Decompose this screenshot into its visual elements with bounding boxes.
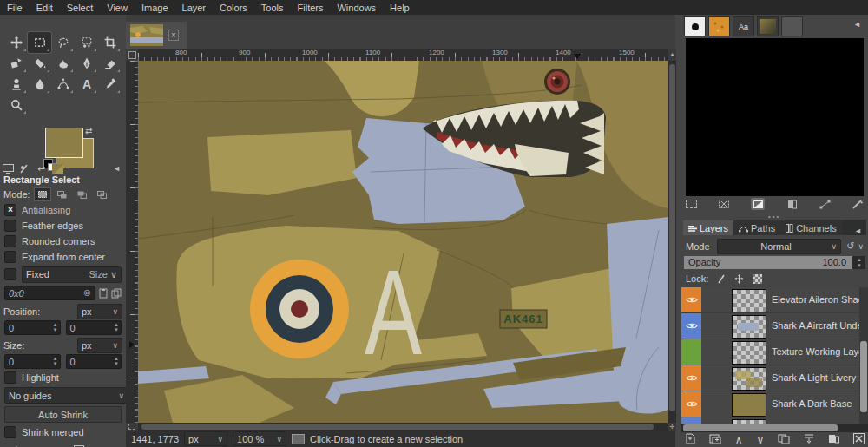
layer-name[interactable]: Shark A Aircraft Under Side	[772, 320, 859, 331]
mode-switch-chevron-icon[interactable]: ∨	[858, 242, 864, 251]
highlight-checkbox[interactable]	[4, 371, 16, 384]
foreground-color-swatch[interactable]	[45, 128, 83, 158]
menu-help[interactable]: Help	[383, 2, 417, 14]
zoom-follow-window-button[interactable]: ▲	[668, 49, 676, 61]
tool-options-icon[interactable]	[18, 163, 31, 174]
layer-row[interactable]: Shark A Light Livery	[681, 365, 859, 391]
layer-mode-dropdown[interactable]: Normal∨	[717, 239, 842, 254]
add-layer-mask-button[interactable]	[828, 434, 839, 445]
layer-list-hscroll-thumb[interactable]	[683, 424, 838, 431]
new-layer-button[interactable]	[685, 433, 695, 446]
smudge-tool-button[interactable]	[51, 53, 75, 74]
clone-tool-button[interactable]	[4, 74, 28, 95]
fixed-dropdown[interactable]: Fixed Size ∨	[22, 266, 122, 283]
fixed-size-entry[interactable]: 0x0 ⊗	[4, 286, 95, 300]
lock-pixels-icon[interactable]	[717, 274, 726, 284]
move-tool-button[interactable]	[4, 32, 28, 53]
tab-paths[interactable]: Paths	[733, 220, 780, 235]
eye-icon[interactable]	[686, 400, 698, 408]
color-picker-tool-button[interactable]	[98, 74, 122, 95]
lock-alpha-icon[interactable]	[753, 274, 762, 284]
invert-selection-button[interactable]	[751, 198, 765, 210]
layer-list-vscrollbar[interactable]	[859, 287, 868, 424]
antialiasing-checkbox[interactable]: ×	[4, 204, 16, 216]
mode-replace-button[interactable]	[35, 188, 50, 200]
swap-colors-icon[interactable]: ⇄	[85, 126, 92, 135]
eraser-tool-button[interactable]	[98, 53, 122, 74]
layer-name[interactable]: Elevator Aileron Shades copy	[772, 294, 859, 305]
size-unit-dropdown[interactable]: px∨	[77, 338, 122, 353]
bucket-fill-tool-button[interactable]	[28, 53, 51, 74]
navigation-button[interactable]: ✛	[668, 423, 676, 431]
size-width-spinner[interactable]: 0▲▼	[4, 354, 61, 369]
rectangle-select-tool-button[interactable]	[28, 32, 51, 53]
patterns-tab[interactable]	[708, 16, 730, 36]
selection-preview[interactable]	[686, 38, 864, 196]
undo-history-icon[interactable]: ↩	[35, 163, 48, 174]
select-all-button[interactable]	[686, 200, 697, 208]
new-layer-group-button[interactable]	[709, 433, 721, 446]
canvas-artwork[interactable]: A AK461	[138, 61, 668, 423]
auto-shrink-button[interactable]: Auto Shrink	[4, 406, 122, 423]
size-height-spinner[interactable]: 0▲▼	[66, 354, 122, 369]
collapse-dock-icon[interactable]: ◄	[853, 20, 861, 29]
layer-list-vscroll-thumb[interactable]	[860, 341, 867, 412]
eye-icon[interactable]	[686, 296, 698, 304]
lower-layer-button[interactable]: ∨	[757, 434, 765, 446]
clear-entry-icon[interactable]: ⊗	[83, 287, 91, 299]
unified-transform-tool-button[interactable]	[4, 53, 28, 74]
layer-thumbnail[interactable]	[732, 315, 766, 339]
paste-size-icon[interactable]	[99, 288, 108, 299]
canvas-horizontal-scrollbar[interactable]	[138, 423, 668, 431]
layer-list-hscrollbar[interactable]	[681, 424, 868, 432]
zoom-tool-button[interactable]	[4, 95, 28, 115]
menu-image[interactable]: Image	[135, 2, 175, 14]
collapse-dock-icon[interactable]: ◄	[113, 164, 121, 173]
canvas-vscroll-thumb[interactable]	[669, 64, 675, 411]
selection-to-path-button[interactable]	[819, 200, 831, 209]
menu-view[interactable]: View	[100, 2, 135, 14]
position-x-spinner[interactable]: 0▲▼	[4, 320, 61, 335]
free-select-tool-button[interactable]	[51, 32, 75, 53]
fixed-checkbox[interactable]	[4, 268, 16, 280]
merge-down-button[interactable]	[804, 434, 814, 446]
ruler-origin-button[interactable]	[126, 49, 138, 61]
layer-tag[interactable]	[681, 339, 701, 365]
image-thumbnail-icon[interactable]	[51, 163, 64, 174]
vertical-ruler[interactable]	[126, 61, 138, 423]
menu-file[interactable]: File	[0, 2, 30, 14]
layer-tag[interactable]	[681, 417, 701, 424]
layer-row[interactable]: Elevator Aileron Shades copy	[681, 287, 859, 313]
opacity-spinner[interactable]: ▲▼	[857, 257, 862, 268]
layer-row[interactable]: Shark A Aircraft Under Side	[681, 313, 859, 339]
tab-layers[interactable]: Layers	[683, 220, 733, 235]
mode-switch-icon[interactable]: ↺	[846, 240, 854, 252]
layer-name[interactable]: Shark A Dark Base	[772, 398, 852, 409]
stroke-selection-button[interactable]	[852, 200, 864, 209]
screen-icon[interactable]	[2, 163, 15, 174]
mode-add-button[interactable]	[55, 188, 70, 200]
mode-subtract-button[interactable]	[75, 188, 90, 200]
text-tool-button[interactable]: A	[75, 74, 98, 95]
save-to-channel-button[interactable]	[787, 200, 798, 209]
layer-row[interactable]: Shark A Dark Livery	[681, 417, 859, 424]
raise-layer-button[interactable]: ∧	[735, 434, 743, 446]
feather-edges-checkbox[interactable]	[4, 220, 16, 232]
image-tab[interactable]: ×	[126, 22, 187, 49]
eye-icon[interactable]	[686, 374, 698, 382]
close-tab-icon[interactable]: ×	[168, 30, 179, 41]
collapse-dock-icon[interactable]: ◄	[854, 227, 862, 235]
rounded-corners-checkbox[interactable]	[4, 235, 16, 247]
crop-tool-button[interactable]	[98, 32, 122, 53]
fonts-tab[interactable]: Aa	[733, 16, 754, 36]
quick-mask-toggle[interactable]	[126, 423, 138, 431]
delete-layer-button[interactable]	[853, 433, 865, 446]
layer-tag[interactable]	[681, 365, 701, 391]
select-by-color-tool-button[interactable]	[75, 32, 98, 53]
canvas-vertical-scrollbar[interactable]	[668, 61, 676, 423]
layer-row[interactable]: Shark A Dark Base	[681, 391, 859, 417]
eye-icon[interactable]	[686, 322, 698, 330]
guides-dropdown[interactable]: No guides∨	[4, 387, 128, 404]
opacity-slider[interactable]: Opacity 100.0 ▲▼	[684, 256, 865, 269]
layer-thumbnail[interactable]	[732, 367, 766, 391]
